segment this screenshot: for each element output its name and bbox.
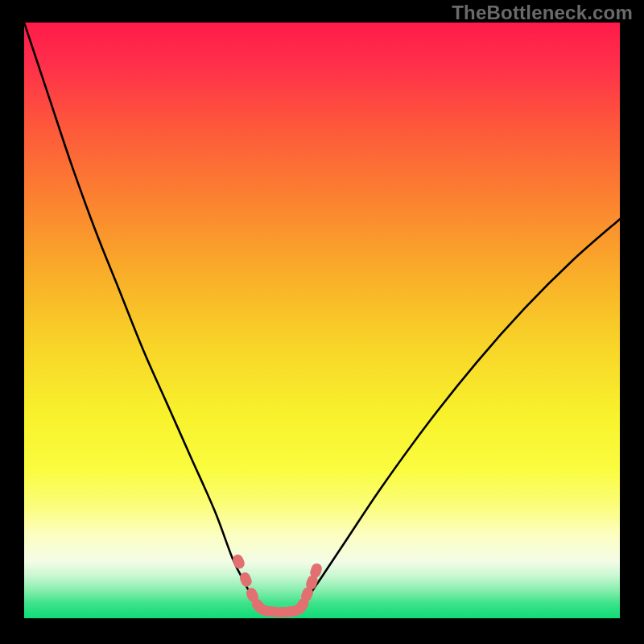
chart-frame: TheBottleneck.com — [0, 0, 644, 644]
chart-background — [24, 23, 620, 618]
chart-svg — [24, 23, 620, 618]
plot-area — [24, 23, 620, 618]
watermark-text: TheBottleneck.com — [452, 2, 633, 24]
